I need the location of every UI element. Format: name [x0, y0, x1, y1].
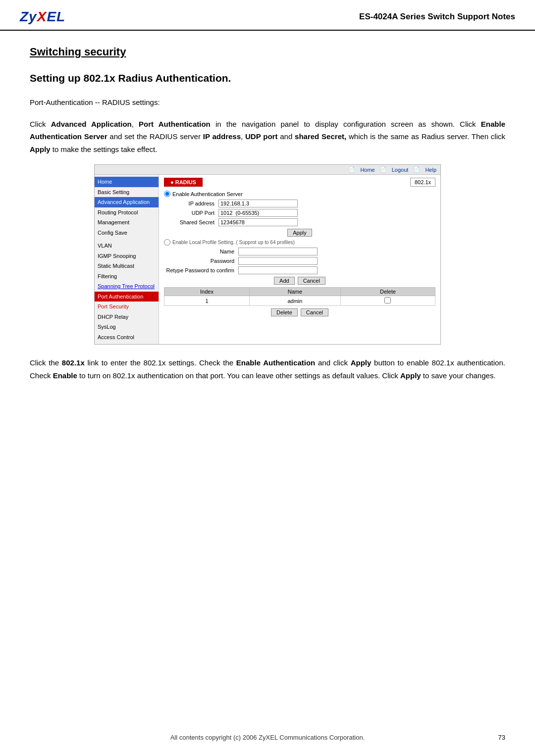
password-row: Password — [164, 257, 435, 265]
name-row: Name — [164, 248, 435, 255]
udp-label: UDP Port — [164, 210, 218, 216]
book-icon: 📄 — [348, 166, 355, 173]
screenshot-main-area: ● RADIUS 802.1x Enable Authentication Se… — [159, 175, 440, 344]
intro-line: Port-Authentication -- RADIUS settings: — [30, 96, 505, 109]
udp-input[interactable] — [218, 209, 298, 217]
apply-button[interactable]: Apply — [287, 229, 312, 237]
col-index: Index — [164, 288, 250, 296]
main-content: Switching security Setting up 802.1x Rad… — [0, 31, 535, 402]
page-header: ZyXEL ES-4024A Series Switch Support Not… — [0, 0, 535, 31]
screenshot-sidebar: Home Basic Setting Advanced Application … — [95, 175, 159, 344]
sidebar-item-access-control[interactable]: Access Control — [95, 332, 159, 343]
sidebar-item-port-auth[interactable]: Port Authentication — [95, 292, 159, 302]
sidebar-item-igmp[interactable]: IGMP Snooping — [95, 251, 159, 261]
apply-row: Apply — [164, 229, 435, 237]
ip-label: IP address — [164, 201, 218, 206]
sidebar-item-advanced-application[interactable]: Advanced Application — [95, 197, 159, 207]
tab-bar: ● RADIUS 802.1x — [164, 178, 435, 187]
secret-input[interactable] — [218, 218, 298, 226]
add-button[interactable]: Add — [274, 277, 295, 285]
cancel-button-2[interactable]: Cancel — [301, 308, 328, 316]
profile-table: Index Name Delete 1 admin — [164, 287, 435, 306]
screenshot-box: 📄 Home 📄 Logout 📄 Help Home Basic Settin… — [94, 164, 441, 345]
col-delete: Delete — [340, 288, 435, 296]
book-icon3: 📄 — [413, 166, 420, 173]
sidebar-item-basic-setting[interactable]: Basic Setting — [95, 187, 159, 198]
outro-paragraph: Click the 802.1x link to enter the 802.1… — [30, 356, 505, 382]
shared-secret-row: Shared Secret — [164, 218, 435, 226]
cancel-button[interactable]: Cancel — [298, 277, 325, 285]
home-link[interactable]: Home — [360, 167, 374, 173]
retype-row: Retype Password to confirm — [164, 266, 435, 274]
zyxel-logo: ZyXEL — [20, 9, 65, 25]
cell-index: 1 — [164, 296, 250, 306]
sub-title: Setting up 802.1x Radius Authentication. — [30, 72, 505, 84]
logout-link[interactable]: Logout — [392, 167, 409, 173]
local-profile-row: Enable Local Profile Setting. ( Supprot … — [164, 239, 435, 246]
intro-paragraph: Click Advanced Application, Port Authent… — [30, 118, 505, 156]
password-label: Password — [164, 258, 238, 264]
enable-auth-server-row: Enable Authentication Server — [164, 191, 435, 197]
udp-port-row: UDP Port — [164, 209, 435, 217]
col-name: Name — [249, 288, 340, 296]
sidebar-item-spanning-tree[interactable]: Spanning Tree Protocol — [95, 281, 159, 292]
delete-button[interactable]: Delete — [271, 308, 298, 316]
sidebar-item-port-security[interactable]: Port Security — [95, 302, 159, 312]
sidebar-item-static-multicast[interactable]: Static Multicast — [95, 261, 159, 271]
enable-auth-server-label: Enable Authentication Server — [172, 191, 243, 197]
retype-label: Retype Password to confirm — [164, 267, 238, 273]
retype-input[interactable] — [238, 266, 318, 274]
tab-8021x[interactable]: 802.1x — [410, 178, 435, 187]
name-input[interactable] — [238, 248, 318, 255]
delete-cancel-row: Delete Cancel — [164, 308, 435, 316]
screenshot-topbar: 📄 Home 📄 Logout 📄 Help — [95, 165, 440, 175]
secret-label: Shared Secret — [164, 219, 218, 225]
sidebar-item-routing[interactable]: Routing Protocol — [95, 207, 159, 218]
help-link[interactable]: Help — [425, 167, 436, 173]
sidebar-item-config-save[interactable]: Config Save — [95, 228, 159, 238]
password-input[interactable] — [238, 257, 318, 265]
cell-delete — [340, 296, 435, 306]
sidebar-item-vlan[interactable]: VLAN — [95, 241, 159, 251]
enable-auth-server-radio[interactable] — [164, 191, 170, 197]
ip-input[interactable] — [218, 200, 298, 207]
local-profile-radio[interactable] — [164, 239, 170, 246]
ip-address-row: IP address — [164, 200, 435, 207]
sidebar-item-syslog[interactable]: SysLog — [95, 322, 159, 332]
sidebar-item-filtering[interactable]: Filtering — [95, 271, 159, 282]
page-number: 73 — [498, 734, 505, 741]
add-cancel-row: Add Cancel — [164, 277, 435, 285]
name-label: Name — [164, 249, 238, 254]
cell-name: admin — [249, 296, 340, 306]
book-icon2: 📄 — [380, 166, 387, 173]
sidebar-item-dhcp-relay[interactable]: DHCP Relay — [95, 312, 159, 322]
sidebar-item-home[interactable]: Home — [95, 177, 159, 187]
footer-copyright: All contents copyright (c) 2006 ZyXEL Co… — [0, 734, 535, 741]
table-row: 1 admin — [164, 296, 435, 306]
tab-radius[interactable]: ● RADIUS — [164, 178, 203, 187]
screenshot-inner: Home Basic Setting Advanced Application … — [95, 175, 440, 344]
sidebar-item-management[interactable]: Management — [95, 217, 159, 228]
local-profile-text: Enable Local Profile Setting. ( Supprot … — [172, 240, 295, 245]
delete-checkbox[interactable] — [384, 297, 391, 303]
document-title: ES-4024A Series Switch Support Notes — [359, 12, 515, 22]
section-title: Switching security — [30, 46, 505, 58]
